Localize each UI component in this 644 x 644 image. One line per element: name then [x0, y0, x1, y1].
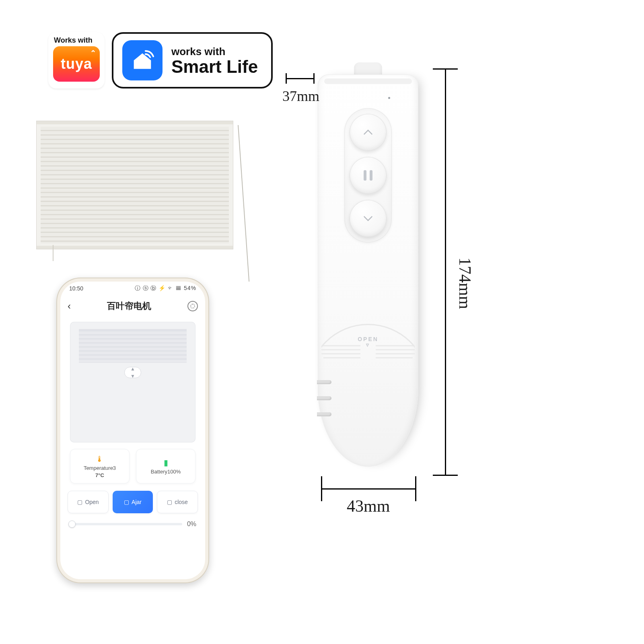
- close-button[interactable]: ▢ close: [157, 491, 198, 513]
- open-button[interactable]: ▢ Open: [68, 491, 109, 513]
- status-icons: ⓘ ⓢ ⓑ ⚡ ᯤ ䷀ 54%: [135, 285, 196, 292]
- status-time: 10:50: [69, 285, 83, 292]
- temperature-value: 7°C: [95, 472, 104, 478]
- dimension-height-line: [445, 68, 446, 475]
- smart-life-line2: Smart Life: [171, 58, 258, 76]
- compatibility-badges: Works with tuya ⌃ works with Smart Life: [48, 32, 273, 88]
- battery-icon: ▮: [164, 458, 168, 467]
- ajar-label: Ajar: [132, 499, 142, 505]
- smart-life-line1: works with: [171, 45, 258, 58]
- badge-smart-life: works with Smart Life: [112, 32, 273, 88]
- position-percent: 0%: [187, 521, 196, 528]
- battery-value: 100%: [167, 469, 181, 475]
- temperature-card: 🌡 Temperature3 7°C: [70, 449, 130, 484]
- chevron-up-icon: [361, 126, 375, 139]
- smart-life-icon: [122, 40, 163, 80]
- dimension-width-line: [321, 488, 416, 490]
- down-button[interactable]: [350, 200, 387, 237]
- drag-handle-icon[interactable]: ▲▼: [124, 367, 141, 378]
- chevron-down-icon: [361, 212, 375, 225]
- phone-screen: 10:50 ⓘ ⓢ ⓑ ⚡ ᯤ ䷀ 54% ‹ 百叶帘电机 ▲▼ 🌡 Tempe…: [60, 282, 205, 579]
- thermometer-icon: 🌡: [96, 455, 104, 464]
- back-icon[interactable]: ‹: [68, 300, 71, 312]
- up-button[interactable]: [350, 114, 387, 151]
- blinds-illustration: [36, 121, 233, 249]
- edit-icon[interactable]: [187, 301, 198, 311]
- side-vents: [317, 380, 331, 416]
- tuya-brand-text: tuya: [61, 56, 92, 72]
- dimension-width: 43mm: [347, 496, 390, 516]
- wifi-icon: ⌃: [90, 49, 97, 58]
- dimension-depth: 37mm: [282, 88, 319, 105]
- button-panel: [344, 108, 392, 243]
- width-value: 43mm: [347, 497, 390, 515]
- arrow-down-icon: ▿: [366, 344, 370, 346]
- tuya-logo: tuya ⌃: [53, 46, 100, 82]
- pause-button[interactable]: [350, 157, 387, 194]
- phone-mockup: 10:50 ⓘ ⓢ ⓑ ⚡ ᯤ ䷀ 54% ‹ 百叶帘电机 ▲▼ 🌡 Tempe…: [56, 278, 209, 583]
- blind-preview[interactable]: ▲▼: [70, 322, 195, 442]
- battery-cover: OPEN ▿: [318, 314, 418, 362]
- dimension-height: 174mm: [455, 257, 475, 309]
- motor-device: OPEN ▿: [318, 74, 418, 467]
- ajar-button[interactable]: ▢ Ajar: [113, 491, 153, 513]
- close-label: close: [175, 499, 188, 505]
- pause-icon: [364, 170, 372, 181]
- indicator-dot: [388, 97, 390, 99]
- badge-tuya: Works with tuya ⌃: [48, 32, 105, 88]
- tuya-works-with-text: Works with: [54, 36, 93, 45]
- depth-value: 37mm: [282, 88, 319, 104]
- temperature-label: Temperature3: [84, 465, 116, 471]
- battery-card: ▮ Battery100%: [136, 449, 195, 484]
- battery-label: Battery: [151, 469, 167, 475]
- device-body: OPEN ▿: [318, 74, 418, 467]
- status-bar: 10:50 ⓘ ⓢ ⓑ ⚡ ᯤ ䷀ 54%: [60, 282, 205, 295]
- open-label: Open: [85, 499, 99, 505]
- app-title: 百叶帘电机: [107, 300, 151, 312]
- position-slider[interactable]: [69, 523, 182, 525]
- app-bar: ‹ 百叶帘电机: [60, 295, 205, 317]
- height-value: 174mm: [456, 257, 474, 309]
